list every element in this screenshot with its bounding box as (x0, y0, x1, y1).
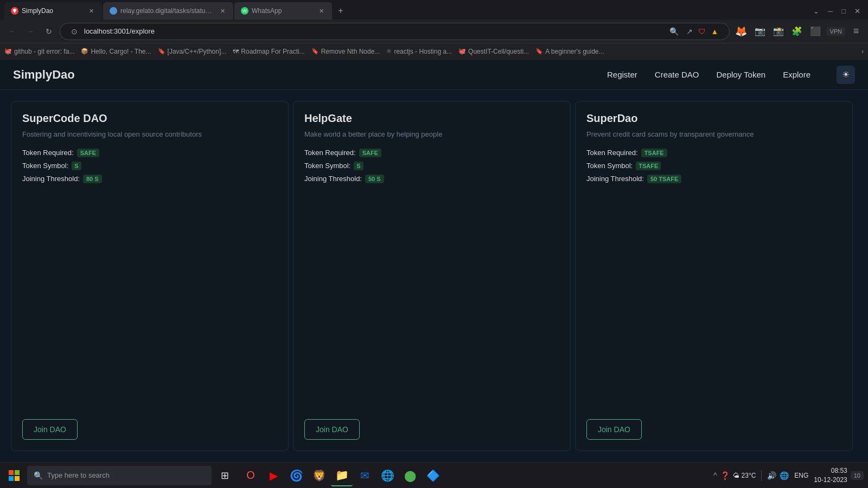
vscode-taskbar-app[interactable]: 🔷 (422, 465, 444, 486)
shield-icon[interactable]: 🛡 (698, 27, 706, 36)
join-dao-button-supercode[interactable]: Join DAO (22, 419, 78, 440)
close-button[interactable]: ✕ (851, 6, 864, 16)
bookmark-cargo[interactable]: 📦 Hello, Cargo! - The... (81, 48, 151, 55)
brave-taskbar-app[interactable]: 🦁 (308, 465, 330, 486)
extension-icon[interactable]: 🧩 (789, 24, 805, 38)
theme-toggle-button[interactable]: ☀ (837, 66, 855, 84)
questit-bookmark-icon: 🐙 (458, 48, 466, 55)
notification-badge[interactable]: 10 (851, 471, 864, 480)
search-icon[interactable]: 🔍 (667, 25, 681, 38)
vpn-button[interactable]: VPN (826, 27, 845, 36)
start-button[interactable] (4, 466, 24, 485)
dao-card-helpgate: HelpGate Make world a better place by he… (293, 101, 571, 451)
token-symbol-label: Token Symbol: (22, 162, 68, 170)
clock-time: 08:53 (814, 466, 847, 476)
dao-name-helpgate: HelpGate (304, 112, 559, 125)
nav-create-dao[interactable]: Create DAO (655, 70, 699, 79)
question-icon[interactable]: ❓ (720, 471, 730, 480)
chrome-taskbar-app[interactable]: ⬤ (399, 465, 421, 486)
token-required-row-supercode: Token Required: SAFE (22, 149, 277, 157)
nav-register[interactable]: Register (607, 70, 637, 79)
bookmark-roadmap-label: Roadmap For Practi... (241, 48, 304, 55)
sidebar-icon[interactable]: ⬛ (808, 24, 823, 38)
tab-simplydao[interactable]: SimplyDao ✕ (4, 2, 102, 20)
alert-icon[interactable]: ▲ (709, 25, 721, 38)
bookmark-questit-label: QuestIT-Cell/questi... (468, 48, 529, 55)
bookmark-questit[interactable]: 🐙 QuestIT-Cell/questi... (458, 48, 529, 55)
reload-button[interactable]: ↻ (41, 24, 56, 39)
token-symbol-value-helpgate: S (354, 162, 363, 170)
search-placeholder: Type here to search (47, 471, 110, 479)
maximize-button[interactable]: □ (838, 6, 849, 16)
bookmark-github[interactable]: 🐙 github - git error: fa... (4, 48, 74, 55)
address-icons: 🔍 ↗ 🛡 ▲ (667, 25, 721, 38)
joining-threshold-value-helpgate: 50 S (365, 175, 384, 183)
joining-threshold-value-supercode: 80 S (83, 175, 102, 183)
react-bookmark-icon: ⚛ (386, 48, 392, 55)
weather-icon: 🌤 (733, 472, 739, 479)
token-symbol-value-supercode: S (72, 162, 81, 170)
back-button[interactable]: ← (4, 24, 20, 39)
bookmarks-more[interactable]: › (861, 47, 864, 55)
forward-button[interactable]: → (23, 24, 38, 39)
network-icon[interactable]: 🌐 (780, 471, 789, 480)
dao-cards-container: SuperCode DAO Fostering and incentivisin… (0, 90, 868, 462)
dao-info-supercode: Token Required: SAFE Token Symbol: S Joi… (22, 149, 277, 183)
tab-whatsapp[interactable]: W WhatsApp ✕ (234, 2, 332, 20)
tab-list-button[interactable]: ⌄ (810, 6, 822, 16)
weather-widget[interactable]: 🌤 23°C (733, 472, 756, 479)
tab-bar: SimplyDao ✕ relay.gelato.digital/tasks/s… (0, 0, 868, 20)
tray-chevron[interactable]: ^ (713, 471, 717, 480)
speakers-icon[interactable]: 🔊 (767, 471, 776, 480)
app-content: SimplyDao Register Create DAO Deploy Tok… (0, 60, 868, 462)
bookmark-beginners[interactable]: 🔖 A beginner's guide... (535, 48, 604, 55)
clock-date: 10-12-2023 (814, 476, 847, 485)
nav-explore[interactable]: Explore (783, 70, 810, 79)
share-icon[interactable]: ↗ (684, 25, 695, 38)
joining-threshold-label-superdao: Joining Threshold: (586, 175, 644, 183)
fox-icon[interactable]: 🦊 (733, 23, 749, 40)
bookmark-github-label: github - git error: fa... (14, 48, 74, 55)
edge-taskbar-app[interactable]: 🌀 (285, 465, 307, 486)
sys-tray: ^ ❓ 🌤 23°C 🔊 🌐 ENG 08:53 10-12-2023 10 (713, 466, 864, 485)
address-input[interactable]: ⊙ localhost:3001/explore 🔍 ↗ 🛡 ▲ (60, 23, 730, 40)
token-symbol-row-superdao: Token Symbol: TSAFE (586, 162, 841, 170)
files-taskbar-app[interactable]: 📁 (331, 465, 353, 486)
bookmark-reactjs[interactable]: ⚛ reactjs - Hosting a... (386, 48, 452, 55)
new-tab-button[interactable]: + (333, 3, 348, 18)
youtube-taskbar-app[interactable]: ▶ (263, 465, 284, 486)
tab-gelato[interactable]: relay.gelato.digital/tasks/status/0xecb.… (103, 2, 233, 20)
task-view-button[interactable]: ⊞ (215, 466, 234, 485)
tab-close-simplydao[interactable]: ✕ (87, 7, 95, 15)
language-indicator[interactable]: ENG (792, 472, 810, 479)
bookmark-java[interactable]: 🔖 [Java/C++/Python]... (158, 48, 227, 55)
mail-taskbar-app[interactable]: ✉ (354, 465, 375, 486)
browser-taskbar-app[interactable]: 🌐 (376, 465, 398, 486)
tab-close-whatsapp[interactable]: ✕ (317, 7, 326, 15)
tab-close-gelato[interactable]: ✕ (218, 7, 227, 15)
browser-menu-button[interactable]: ≡ (848, 24, 864, 39)
github-bookmark-icon: 🐙 (4, 48, 12, 55)
screenshot-icon[interactable]: 📸 (771, 24, 786, 38)
nav-links: Register Create DAO Deploy Token Explore… (607, 66, 855, 84)
dao-name-supercode: SuperCode DAO (22, 112, 277, 125)
camera-icon[interactable]: 📷 (752, 24, 768, 38)
opera-taskbar-app[interactable]: O (240, 465, 261, 486)
token-required-label-helpgate: Token Required: (304, 149, 356, 157)
taskbar-search[interactable]: 🔍 Type here to search (27, 466, 212, 485)
browser-chrome: SimplyDao ✕ relay.gelato.digital/tasks/s… (0, 0, 868, 60)
tab-title-whatsapp: WhatsApp (252, 7, 314, 15)
bookmark-roadmap[interactable]: 🗺 Roadmap For Practi... (233, 48, 304, 55)
join-dao-button-superdao[interactable]: Join DAO (586, 419, 642, 440)
clock-widget[interactable]: 08:53 10-12-2023 (814, 466, 847, 485)
taskbar: 🔍 Type here to search ⊞ O ▶ 🌀 🦁 📁 ✉ 🌐 ⬤ … (0, 462, 868, 488)
address-bar: ← → ↻ ⊙ localhost:3001/explore 🔍 ↗ 🛡 ▲ 🦊… (0, 20, 868, 43)
join-dao-button-helpgate[interactable]: Join DAO (304, 419, 360, 440)
taskbar-apps: O ▶ 🌀 🦁 📁 ✉ 🌐 ⬤ 🔷 (240, 465, 444, 486)
token-required-row-superdao: Token Required: TSAFE (586, 149, 841, 157)
nav-deploy-token[interactable]: Deploy Token (717, 70, 766, 79)
minimize-button[interactable]: ─ (825, 6, 836, 16)
dao-desc-supercode: Fostering and incentivising local open s… (22, 129, 277, 140)
bookmarks-bar: 🐙 github - git error: fa... 📦 Hello, Car… (0, 43, 868, 60)
bookmark-nth-node[interactable]: 🔖 Remove Nth Node... (311, 48, 380, 55)
